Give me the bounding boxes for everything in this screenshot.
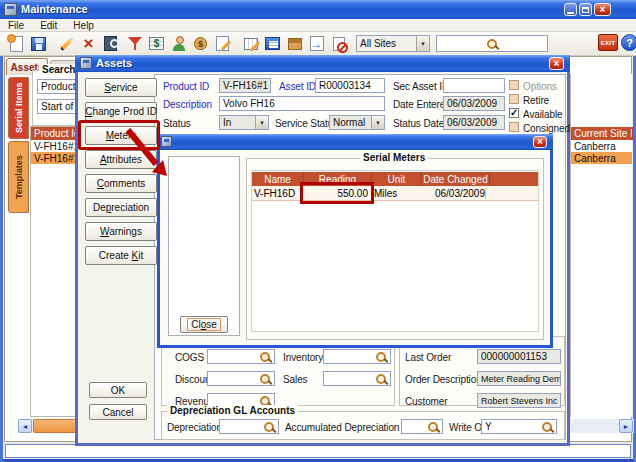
close-dialog-button[interactable]: Close xyxy=(180,316,228,333)
discount-field[interactable] xyxy=(207,371,275,386)
inventory-field[interactable] xyxy=(323,349,391,364)
meters-col-unit[interactable]: Unit xyxy=(372,172,422,186)
available-checkbox[interactable] xyxy=(509,108,519,118)
chevron-down-icon[interactable] xyxy=(371,116,384,129)
money-bag-icon[interactable] xyxy=(190,33,211,54)
warnings-button[interactable]: Warnings xyxy=(85,222,157,241)
meters-col-name[interactable]: Name xyxy=(252,172,304,186)
notes-pencil-glyph xyxy=(216,36,229,51)
write-off-field[interactable]: Y xyxy=(481,419,557,434)
change-prod-id-button[interactable]: Change Prod ID xyxy=(85,102,157,121)
minimize-icon xyxy=(567,12,574,14)
menu-file[interactable]: File xyxy=(0,19,32,31)
save-grid-icon[interactable] xyxy=(262,33,283,54)
service-status-dropdown[interactable]: Normal xyxy=(329,115,385,130)
order-description-field[interactable]: Meter Reading Demo xyxy=(477,371,561,386)
depreciation-field[interactable] xyxy=(219,419,279,434)
search-icon[interactable] xyxy=(486,38,498,50)
edit-pencil-icon[interactable] xyxy=(56,33,77,54)
results-right-header[interactable]: Current Site Name xyxy=(571,127,633,140)
search-input[interactable] xyxy=(436,35,548,52)
depreciation-label: Depreciation xyxy=(167,422,222,433)
minimize-button[interactable] xyxy=(564,3,577,16)
assets-dialog-icon xyxy=(80,57,92,69)
lookup-icon[interactable] xyxy=(427,421,439,433)
meters-col-date-changed[interactable]: Date Changed xyxy=(422,172,490,186)
sales-field[interactable] xyxy=(323,371,391,386)
customer-field[interactable]: Robert Stevens Inc xyxy=(477,393,561,408)
lookup-icon[interactable] xyxy=(259,351,271,363)
table-row-selected[interactable]: Canberra xyxy=(571,152,632,164)
last-order-label: Last Order xyxy=(405,352,451,363)
lookup-icon[interactable] xyxy=(541,421,553,433)
site-filter-dropdown[interactable]: All Sites xyxy=(356,35,430,52)
block-icon[interactable] xyxy=(328,33,349,54)
customer-label: Customer xyxy=(405,396,448,407)
lookup-icon[interactable] xyxy=(259,373,271,385)
notes-edit-icon[interactable] xyxy=(212,33,233,54)
lookup-icon[interactable] xyxy=(375,373,387,385)
accumulated-depreciation-label: Accumulated Depreciation xyxy=(285,422,399,433)
retire-checkbox[interactable] xyxy=(509,94,519,104)
side-tab-serial-items[interactable]: Serial Items xyxy=(8,77,29,139)
toolbar: All Sites EXIT ? xyxy=(0,32,636,56)
status-date-field[interactable]: 06/03/2009 xyxy=(443,115,505,130)
cancel-button[interactable]: Cancel xyxy=(89,404,147,420)
menu-edit[interactable]: Edit xyxy=(32,19,65,31)
blue-arrow-glyph xyxy=(310,36,324,51)
lookup-icon[interactable] xyxy=(263,421,275,433)
export-arrow-icon[interactable] xyxy=(306,33,327,54)
lookup-icon[interactable] xyxy=(375,351,387,363)
new-icon[interactable] xyxy=(6,33,27,54)
menu-help[interactable]: Help xyxy=(65,19,102,31)
asset-id-field[interactable]: R00003134 xyxy=(315,78,385,93)
meters-side-panel xyxy=(168,156,240,336)
ok-button[interactable]: OK xyxy=(89,382,147,398)
assets-dialog-title-bar[interactable]: Assets × xyxy=(75,55,570,72)
save-icon[interactable] xyxy=(28,33,49,54)
serial-meters-close-button[interactable]: × xyxy=(533,136,547,148)
chevron-down-icon[interactable] xyxy=(255,116,268,129)
date-entered-field[interactable]: 06/03/2009 xyxy=(443,96,505,111)
accumulated-depreciation-field[interactable] xyxy=(401,419,443,434)
price-table-icon[interactable] xyxy=(146,33,167,54)
side-tab-templates[interactable]: Templates xyxy=(8,141,29,213)
product-id-field[interactable]: V-FH16#1 xyxy=(219,78,271,93)
last-order-field[interactable]: 000000001153 xyxy=(477,349,561,364)
consigned-checkbox[interactable] xyxy=(509,122,519,132)
create-kit-button[interactable]: Create Kit xyxy=(85,246,157,265)
description-field[interactable]: Volvo FH16 xyxy=(219,96,385,111)
help-button[interactable]: ? xyxy=(621,34,636,51)
user-icon[interactable] xyxy=(168,33,189,54)
find-form-icon[interactable] xyxy=(100,33,121,54)
red-x-glyph xyxy=(84,35,94,53)
grid-edit-icon[interactable] xyxy=(240,33,261,54)
filter-icon[interactable] xyxy=(124,33,145,54)
title-bar[interactable]: Maintenance × xyxy=(0,0,636,19)
maintenance-window: Maintenance × File Edit Help All Sites xyxy=(0,0,636,462)
options-checkbox[interactable] xyxy=(509,80,519,90)
reading-highlight-box xyxy=(300,182,374,204)
service-button[interactable]: Service xyxy=(85,78,157,97)
scroll-left-arrow-icon[interactable] xyxy=(18,419,32,433)
chevron-down-icon[interactable] xyxy=(416,36,429,51)
depreciation-button[interactable]: Depreciation xyxy=(85,198,157,217)
assets-dialog-close-button[interactable]: × xyxy=(549,57,564,70)
close-button[interactable]: × xyxy=(594,3,611,16)
delete-icon[interactable] xyxy=(78,33,99,54)
table-row[interactable]: Canberra xyxy=(571,140,632,152)
package-icon[interactable] xyxy=(284,33,305,54)
exit-button[interactable]: EXIT xyxy=(598,34,618,51)
description-label: Description xyxy=(163,99,212,110)
cogs-field[interactable] xyxy=(207,349,275,364)
maximize-button[interactable] xyxy=(579,3,592,16)
serial-meters-title-bar[interactable]: × xyxy=(157,134,553,150)
scroll-right-arrow-icon[interactable] xyxy=(619,419,633,433)
floppy-grid-glyph xyxy=(265,37,280,50)
serial-meters-dialog: × Close Serial Meters Name Reading Unit … xyxy=(157,134,553,348)
close-icon: × xyxy=(537,137,543,147)
table-row[interactable]: V-FH16D 550.00 Miles 06/03/2009 xyxy=(252,186,538,201)
scrollbar-thumb[interactable] xyxy=(33,419,77,433)
status-dropdown[interactable]: In xyxy=(219,115,269,130)
sec-asset-id-field[interactable] xyxy=(443,78,505,93)
